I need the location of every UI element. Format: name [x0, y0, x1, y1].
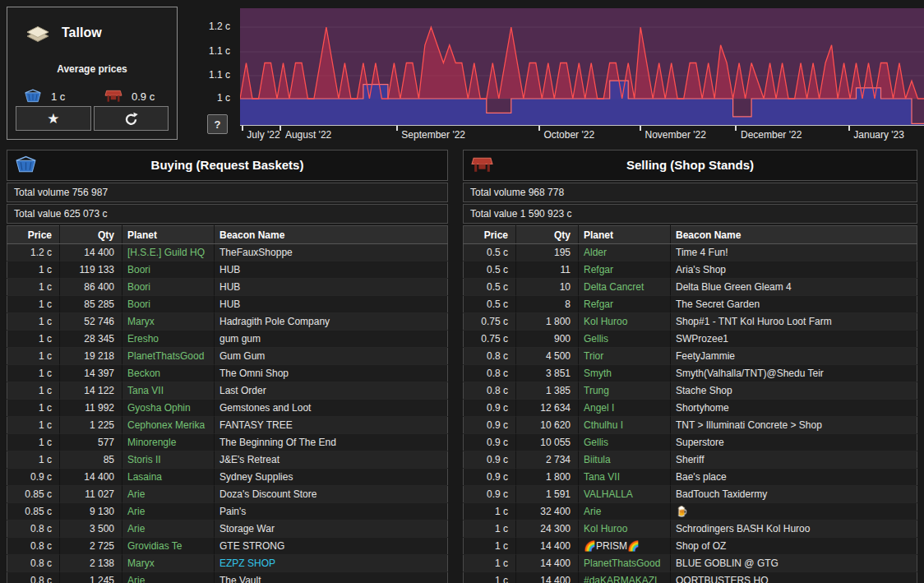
beacon-link[interactable]: Storage War [219, 523, 275, 534]
planet-link[interactable]: Grovidias Te [127, 540, 182, 552]
beacon-link[interactable]: The Secret Garden [676, 298, 760, 310]
beacon-link[interactable]: Doza's Discount Store [219, 488, 316, 500]
planet-link[interactable]: Gellis [584, 437, 608, 448]
x-axis-tick [735, 126, 737, 131]
planet-link[interactable]: Storis II [127, 454, 161, 465]
beacon-link[interactable]: The Beginning Of The End [219, 437, 336, 448]
beacon-link[interactable]: gum gum [219, 333, 261, 345]
price-cell: 0.5 c [464, 244, 516, 261]
beacon-link[interactable]: Shop#1 - TNT Kol Huroo Loot Farm [676, 316, 832, 327]
beacon-link[interactable]: TNT > Illuminati Concrete > Shop [676, 419, 822, 431]
beacon-link[interactable]: Pain's [219, 506, 246, 517]
beacon-link[interactable]: GTE STRONG [219, 540, 284, 552]
planet-link[interactable]: Beckon [127, 368, 160, 379]
planet-link[interactable]: Boori [127, 298, 150, 310]
beacon-link[interactable]: TheFauxShoppe [219, 247, 293, 258]
planet-link[interactable]: Gellis [584, 333, 608, 345]
planet-link[interactable]: Gyosha Ophin [127, 402, 191, 414]
beacon-link[interactable]: Sydney Supplies [219, 471, 293, 483]
column-header-planet[interactable]: Planet [122, 226, 215, 244]
beacon-link[interactable]: The Vault [219, 575, 261, 583]
planet-link[interactable]: Boori [127, 264, 150, 275]
column-header-qty[interactable]: Qty [516, 226, 579, 244]
beacon-link[interactable]: BLUE GOBLIN @ GTG [676, 558, 778, 569]
beacon-link[interactable]: Smyth(Valhalla/TNT)@Shedu Teir [676, 368, 824, 379]
beacon-link[interactable]: Last Order [219, 385, 266, 396]
beacon-link[interactable]: FANTASY TREE [219, 419, 293, 431]
beacon-link[interactable]: Bae's place [676, 471, 727, 483]
beacon-link[interactable]: HUB [219, 281, 240, 293]
planet-link[interactable]: Minorengle [127, 437, 176, 448]
beacon-link[interactable]: Superstore [676, 437, 724, 448]
planet-link[interactable]: Arie [127, 575, 145, 583]
planet-link[interactable]: Alder [584, 247, 607, 258]
planet-link[interactable]: Tana VII [584, 471, 620, 483]
planet-link[interactable]: VALHALLA [584, 488, 633, 500]
column-header-beacon-name[interactable]: Beacon Name [215, 226, 448, 244]
beacon-link[interactable]: Hadragith Pole Company [219, 316, 330, 327]
column-header-beacon-name[interactable]: Beacon Name [671, 226, 917, 244]
beacon-link[interactable]: J&E's Retreat [219, 454, 280, 465]
planet-link[interactable]: Arie [127, 488, 145, 500]
planet-link[interactable]: Arie [127, 523, 145, 534]
beacon-link[interactable]: The Omni Shop [219, 368, 289, 379]
planet-link[interactable]: #daKARMAKAZI [584, 575, 657, 583]
planet-link[interactable]: Arie [584, 506, 601, 517]
favorite-button[interactable]: ★ [16, 106, 91, 131]
beacon-link[interactable]: Aria's Shop [676, 264, 726, 275]
planet-link[interactable]: [H.S.E.] Guild HQ [127, 247, 205, 258]
help-button[interactable]: ? [207, 114, 228, 134]
column-header-price[interactable]: Price [464, 226, 516, 244]
qty-cell: 195 [516, 244, 579, 261]
planet-link[interactable]: PlanetThatsGood [127, 350, 204, 362]
beacon-link[interactable]: Gemstones and Loot [219, 402, 311, 414]
planet-link[interactable]: Tana VII [127, 385, 164, 396]
beacon-link[interactable]: 🍺 [676, 506, 688, 517]
planet-link[interactable]: Trung [584, 385, 609, 396]
beacon-link[interactable]: Delta Blue Green Gleam 4 [676, 281, 792, 293]
beacon-link[interactable]: EZPZ SHOP [219, 558, 275, 569]
planet-link[interactable]: Smyth [584, 368, 612, 379]
beacon-link[interactable]: HUB [219, 264, 240, 275]
refresh-button[interactable] [94, 106, 169, 131]
beacon-link[interactable]: OORTBUSTERS HQ [676, 575, 768, 583]
planet-cell: PlanetThatsGood [122, 348, 215, 365]
planet-link[interactable]: Biitula [584, 454, 611, 465]
planet-link[interactable]: Refgar [584, 298, 613, 310]
beacon-link[interactable]: SWProzee1 [676, 333, 728, 345]
table-row: 0.9 c1 591VALHALLABadTouch Taxidermy [464, 486, 917, 503]
qty-cell: 14 397 [60, 365, 122, 382]
beacon-link[interactable]: Time 4 Fun! [676, 247, 728, 258]
planet-link[interactable]: Refgar [584, 264, 613, 275]
planet-link[interactable]: 🌈PRISM🌈 [584, 540, 640, 552]
planet-link[interactable]: Angel I [584, 402, 614, 414]
planet-link[interactable]: Trior [584, 350, 603, 362]
planet-link[interactable]: Maryx [127, 316, 155, 327]
planet-link[interactable]: PlanetThatsGood [584, 558, 660, 569]
planet-link[interactable]: Eresho [127, 333, 159, 345]
beacon-link[interactable]: Shortyhome [676, 402, 729, 414]
planet-link[interactable]: Kol Huroo [584, 523, 627, 534]
beacon-cell: Gemstones and Loot [215, 400, 448, 417]
beacon-link[interactable]: Shop of OZ [676, 540, 726, 552]
planet-link[interactable]: Kol Huroo [584, 316, 627, 327]
beacon-link[interactable]: Schrodingers BASH Kol Huroo [676, 523, 810, 534]
planet-link[interactable]: Boori [127, 281, 150, 293]
planet-link[interactable]: Maryx [127, 558, 155, 569]
beacon-link[interactable]: Stache Shop [676, 385, 732, 396]
planet-link[interactable]: Cephonex Merika [127, 419, 205, 431]
planet-link[interactable]: Arie [127, 506, 145, 517]
beacon-link[interactable]: Gum Gum [219, 350, 265, 362]
planet-link[interactable]: Lasaina [127, 471, 162, 483]
planet-cell: Arie [122, 572, 215, 583]
planet-link[interactable]: Delta Cancret [584, 281, 644, 293]
beacon-link[interactable]: HUB [219, 298, 240, 310]
beacon-link[interactable]: BadTouch Taxidermy [676, 488, 767, 500]
column-header-qty[interactable]: Qty [60, 226, 122, 244]
planet-link[interactable]: Cthulhu I [584, 419, 623, 431]
beacon-link[interactable]: Sheriff [676, 454, 704, 465]
price-cell: 0.9 c [464, 400, 516, 417]
column-header-price[interactable]: Price [7, 226, 60, 244]
column-header-planet[interactable]: Planet [579, 226, 671, 244]
beacon-link[interactable]: FeetyJammie [676, 350, 735, 362]
